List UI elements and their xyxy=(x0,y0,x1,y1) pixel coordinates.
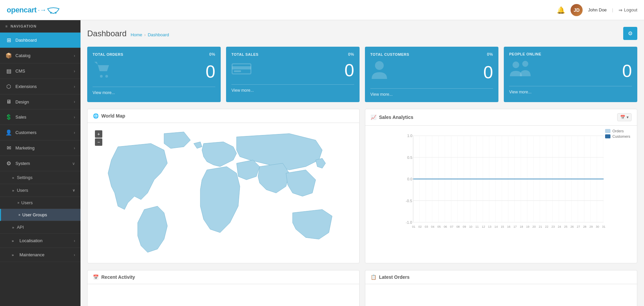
sidebar-item-localisation[interactable]: » Localisation › xyxy=(0,234,80,248)
dashboard-icon: ⊞ xyxy=(5,37,12,43)
svg-text:12: 12 xyxy=(482,225,485,228)
world-map-panel: 🌐 World Map + − xyxy=(87,109,360,263)
avatar: JD xyxy=(571,4,583,16)
chevron-right-icon: › xyxy=(74,115,75,120)
breadcrumb-current: Dashboard xyxy=(148,32,169,37)
marketing-icon: ✉ xyxy=(5,145,12,151)
map-zoom-in-button[interactable]: + xyxy=(95,130,102,138)
svg-text:02: 02 xyxy=(418,225,422,228)
svg-text:19: 19 xyxy=(526,225,529,228)
logo-cart-icon: ·→ xyxy=(38,6,47,14)
customers-icon: 👤 xyxy=(5,129,12,136)
latest-orders-title: Latest Orders xyxy=(379,274,410,280)
nav-header-icon: ≡ xyxy=(5,24,8,28)
design-icon: 🖥 xyxy=(5,99,12,105)
svg-text:26: 26 xyxy=(571,225,574,228)
user-name[interactable]: John Doe xyxy=(588,7,607,12)
svg-text:17: 17 xyxy=(514,225,517,228)
stat-card-people-online: PEOPLE ONLINE 0 View more... xyxy=(504,47,637,102)
chevron-right-icon: › xyxy=(74,130,75,135)
sidebar-item-settings[interactable]: » Settings xyxy=(0,171,80,184)
svg-text:08: 08 xyxy=(457,225,460,228)
cms-icon: ▤ xyxy=(5,68,12,74)
logo: opencart ·→ xyxy=(7,6,60,14)
sidebar-item-cms[interactable]: ▤ CMS › xyxy=(0,63,80,79)
svg-text:27: 27 xyxy=(577,225,580,228)
legend-customers-color xyxy=(605,134,610,138)
analytics-chart-svg: 1.0 0.5 0.0 -0.5 -1.0 xyxy=(369,129,634,230)
double-chevron-icon: » xyxy=(17,201,19,205)
svg-text:30: 30 xyxy=(596,225,599,228)
double-chevron-icon: » xyxy=(12,225,14,229)
content-area: Dashboard Home › Dashboard ⚙ TOTAL ORDER… xyxy=(80,20,644,306)
svg-text:20: 20 xyxy=(532,225,536,228)
map-zoom-out-button[interactable]: − xyxy=(95,138,102,146)
settings-button[interactable]: ⚙ xyxy=(623,27,637,40)
stat-card-total-customers: TOTAL CUSTOMERS 0% 0 View more... xyxy=(365,47,498,102)
sidebar-item-system[interactable]: ⚙ System ∨ xyxy=(0,156,80,171)
chevron-right-icon: › xyxy=(74,69,75,74)
total-orders-view-more[interactable]: View more... xyxy=(93,87,215,95)
sidebar-item-extensions[interactable]: ⬡ Extensions › xyxy=(0,79,80,94)
svg-text:11: 11 xyxy=(475,225,479,228)
logout-button[interactable]: ⇒ Logout xyxy=(619,7,637,13)
svg-text:0.0: 0.0 xyxy=(407,177,412,181)
total-sales-value: 0 xyxy=(344,61,354,79)
svg-point-9 xyxy=(522,61,528,67)
logout-icon: ⇒ xyxy=(619,7,623,13)
logo-svg-icon xyxy=(47,6,60,14)
sidebar-item-marketing[interactable]: ✉ Marketing › xyxy=(0,140,80,156)
svg-text:03: 03 xyxy=(425,225,428,228)
calendar-icon: 📅 xyxy=(620,115,625,120)
recent-activity-title: Recent Activity xyxy=(101,274,135,280)
svg-text:21: 21 xyxy=(539,225,542,228)
svg-text:09: 09 xyxy=(463,225,466,228)
logo-text: opencart xyxy=(7,6,37,14)
svg-rect-6 xyxy=(234,71,241,72)
total-sales-pct: 0% xyxy=(348,52,354,57)
chevron-right-icon: › xyxy=(74,253,75,257)
chevron-right-icon: › xyxy=(74,238,75,243)
sidebar-item-api[interactable]: » API xyxy=(0,221,80,234)
people-online-view-more[interactable]: View more... xyxy=(509,86,632,94)
credit-card-icon xyxy=(231,60,252,80)
total-sales-label: TOTAL SALES xyxy=(231,52,259,56)
double-chevron-icon: » xyxy=(9,239,16,243)
legend-customers: Customers xyxy=(605,134,630,138)
sidebar-item-sales[interactable]: 💲 Sales › xyxy=(0,110,80,125)
charts-row: 🌐 World Map + − xyxy=(87,109,637,263)
sales-analytics-panel: 📈 Sales Analytics 📅 ▾ Orders xyxy=(365,109,637,263)
sidebar-item-catalog[interactable]: 📦 Catalog › xyxy=(0,48,80,63)
sidebar-item-users[interactable]: » Users ∨ xyxy=(0,184,80,197)
chart-legend: Orders Customers xyxy=(605,129,630,138)
svg-text:29: 29 xyxy=(589,225,593,228)
svg-text:-0.5: -0.5 xyxy=(406,199,412,203)
sidebar-item-dashboard[interactable]: ⊞ Dashboard xyxy=(0,33,80,48)
sidebar-item-design[interactable]: 🖥 Design › xyxy=(0,94,80,110)
svg-text:15: 15 xyxy=(501,225,504,228)
bell-icon[interactable]: 🔔 xyxy=(557,6,565,14)
sidebar-item-customers[interactable]: 👤 Customers › xyxy=(0,125,80,140)
svg-rect-5 xyxy=(232,67,251,69)
globe-icon: 🌐 xyxy=(93,113,99,119)
latest-orders-panel: 📋 Latest Orders xyxy=(365,270,637,306)
svg-text:23: 23 xyxy=(551,225,555,228)
sidebar-item-maintenance[interactable]: » Maintenance › xyxy=(0,248,80,262)
chevron-down-icon: ∨ xyxy=(72,161,75,166)
group-icon xyxy=(509,59,533,82)
sidebar-item-users-list[interactable]: » Users xyxy=(0,197,80,209)
breadcrumb-home[interactable]: Home xyxy=(130,32,142,37)
double-chevron-icon: » xyxy=(9,253,16,257)
total-customers-view-more[interactable]: View more... xyxy=(370,88,493,97)
svg-text:14: 14 xyxy=(494,225,498,228)
calendar-small-icon: 📅 xyxy=(93,274,99,280)
total-sales-view-more[interactable]: View more... xyxy=(231,84,354,93)
main-layout: ≡ NAVIGATION ⊞ Dashboard 📦 Catalog › ▤ C… xyxy=(0,20,644,306)
sidebar-item-user-groups[interactable]: » User Groups xyxy=(0,209,80,221)
svg-text:05: 05 xyxy=(437,225,441,228)
world-map-title: World Map xyxy=(101,113,125,119)
total-customers-label: TOTAL CUSTOMERS xyxy=(370,52,409,56)
double-chevron-icon: » xyxy=(18,213,20,217)
calendar-button[interactable]: 📅 ▾ xyxy=(617,113,632,121)
world-map-container: + − xyxy=(92,127,355,259)
